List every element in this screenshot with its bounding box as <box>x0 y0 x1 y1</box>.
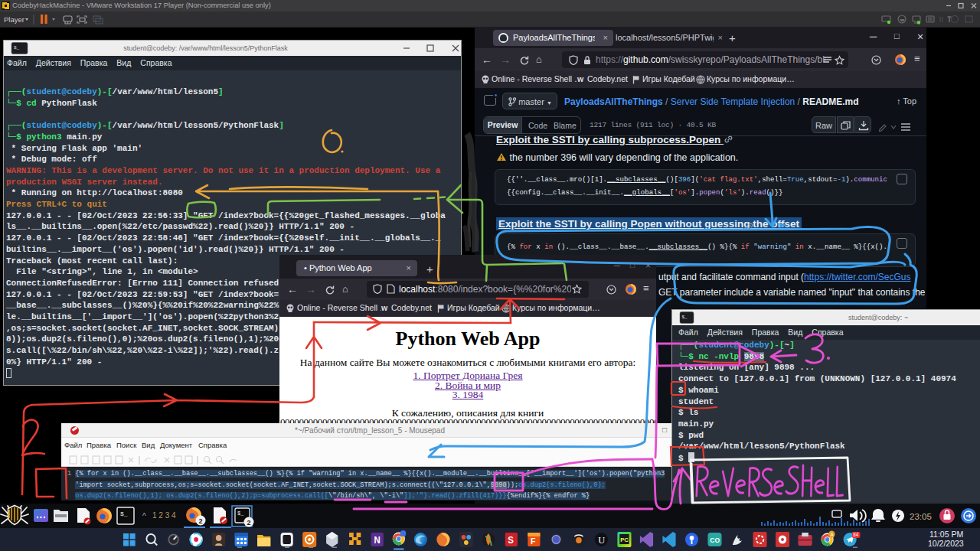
svg-text:$_: $_ <box>237 510 244 517</box>
svg-text:^: ^ <box>142 512 146 520</box>
svg-text:Player: Player <box>4 15 24 24</box>
svg-text:$_: $_ <box>14 45 20 51</box>
svg-text:10/2/2023: 10/2/2023 <box>928 539 964 548</box>
svg-text:$_: $_ <box>120 510 128 517</box>
svg-text:84: 84 <box>853 532 858 537</box>
svg-text:2: 2 <box>199 517 203 525</box>
svg-text:$_: $_ <box>682 315 688 320</box>
svg-text:2: 2 <box>247 519 251 527</box>
svg-text:PC: PC <box>620 536 629 543</box>
svg-text:S: S <box>508 535 514 545</box>
svg-text:11:05 PM: 11:05 PM <box>929 530 963 539</box>
svg-text:1 2 3 4: 1 2 3 4 <box>152 511 176 520</box>
svg-text:N: N <box>374 535 380 545</box>
svg-text:U: U <box>598 535 605 546</box>
svg-text:23:05: 23:05 <box>910 512 932 521</box>
svg-text:F: F <box>531 536 536 546</box>
svg-text:CO: CO <box>710 536 720 544</box>
